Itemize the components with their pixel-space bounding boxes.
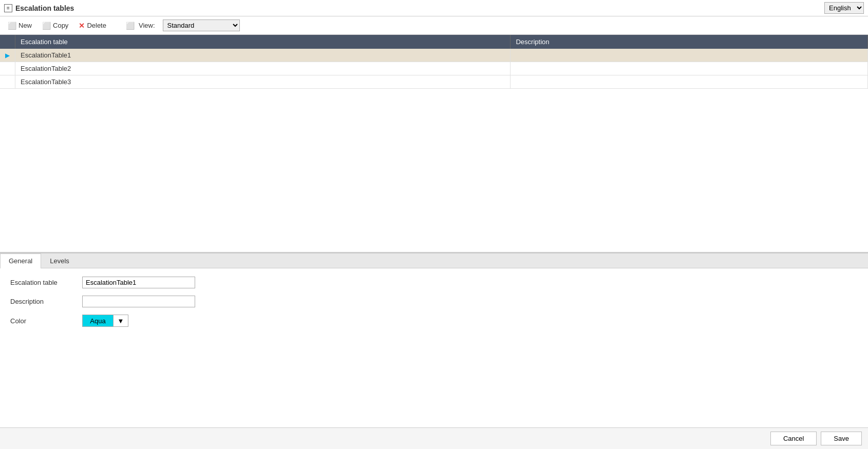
tab-general[interactable]: General bbox=[0, 253, 41, 268]
toolbar: ⬜ New ⬜ Copy ✕ Delete ⬜ View: Standard A… bbox=[0, 16, 868, 35]
color-label: Color bbox=[10, 317, 82, 325]
delete-icon: ✕ bbox=[79, 22, 85, 30]
top-bar: ≡ Escalation tables English French Germa… bbox=[0, 0, 868, 16]
color-select-wrapper: Aqua ▼ bbox=[82, 315, 128, 327]
table-row[interactable]: EscalationTable2 bbox=[0, 62, 868, 75]
cell-escalation-table: EscalationTable3 bbox=[15, 75, 511, 89]
tab-levels[interactable]: Levels bbox=[41, 253, 78, 268]
description-label: Description bbox=[10, 298, 82, 305]
footer: Cancel Save bbox=[0, 427, 868, 449]
escalation-table: Escalation table Description ▶Escalation… bbox=[0, 35, 868, 89]
view-icon: ⬜ bbox=[126, 22, 135, 30]
title-icon: ≡ bbox=[4, 4, 12, 12]
copy-icon: ⬜ bbox=[42, 22, 51, 30]
form-row-description: Description bbox=[10, 296, 858, 307]
row-indicator: ▶ bbox=[0, 49, 15, 62]
form-row-color: Color Aqua ▼ bbox=[10, 315, 858, 327]
view-select[interactable]: Standard Advanced Custom bbox=[163, 19, 240, 31]
view-button: ⬜ View: bbox=[121, 19, 162, 32]
escalation-table-input[interactable] bbox=[82, 277, 195, 288]
new-icon: ⬜ bbox=[8, 22, 16, 30]
view-label: View: bbox=[139, 22, 155, 29]
tabs-bar: General Levels bbox=[0, 253, 868, 268]
page-title-text: Escalation tables bbox=[15, 4, 74, 12]
row-indicator bbox=[0, 75, 15, 89]
cell-description bbox=[511, 62, 868, 75]
form-row-escalation-table: Escalation table bbox=[10, 277, 858, 288]
cancel-button[interactable]: Cancel bbox=[770, 432, 817, 445]
new-button[interactable]: ⬜ New bbox=[3, 19, 36, 32]
col-description: Description bbox=[511, 35, 868, 49]
tab-content-general: Escalation table Description Color Aqua … bbox=[0, 268, 868, 427]
escalation-table-label: Escalation table bbox=[10, 279, 82, 286]
description-input[interactable] bbox=[82, 296, 195, 307]
language-select[interactable]: English French German Spanish bbox=[824, 2, 864, 14]
delete-button[interactable]: ✕ Delete bbox=[74, 19, 111, 32]
copy-label: Copy bbox=[53, 22, 68, 29]
table-row[interactable]: ▶EscalationTable1 bbox=[0, 49, 868, 62]
table-area: Escalation table Description ▶Escalation… bbox=[0, 35, 868, 253]
color-swatch: Aqua bbox=[82, 315, 113, 327]
cell-escalation-table: EscalationTable1 bbox=[15, 49, 511, 62]
color-swatch-text: Aqua bbox=[90, 317, 105, 325]
col-indicator bbox=[0, 35, 15, 49]
col-escalation-table: Escalation table bbox=[15, 35, 511, 49]
page-title: ≡ Escalation tables bbox=[4, 4, 74, 12]
delete-label: Delete bbox=[87, 22, 106, 29]
table-header-row: Escalation table Description bbox=[0, 35, 868, 49]
table-row[interactable]: EscalationTable3 bbox=[0, 75, 868, 89]
main-content: Escalation table Description ▶Escalation… bbox=[0, 35, 868, 427]
cell-description bbox=[511, 75, 868, 89]
cell-escalation-table: EscalationTable2 bbox=[15, 62, 511, 75]
save-button[interactable]: Save bbox=[821, 432, 862, 445]
copy-button[interactable]: ⬜ Copy bbox=[37, 19, 73, 32]
row-indicator bbox=[0, 62, 15, 75]
bottom-panel: General Levels Escalation table Descript… bbox=[0, 253, 868, 427]
cell-description bbox=[511, 49, 868, 62]
new-label: New bbox=[18, 22, 32, 29]
color-select[interactable]: ▼ bbox=[113, 315, 128, 327]
